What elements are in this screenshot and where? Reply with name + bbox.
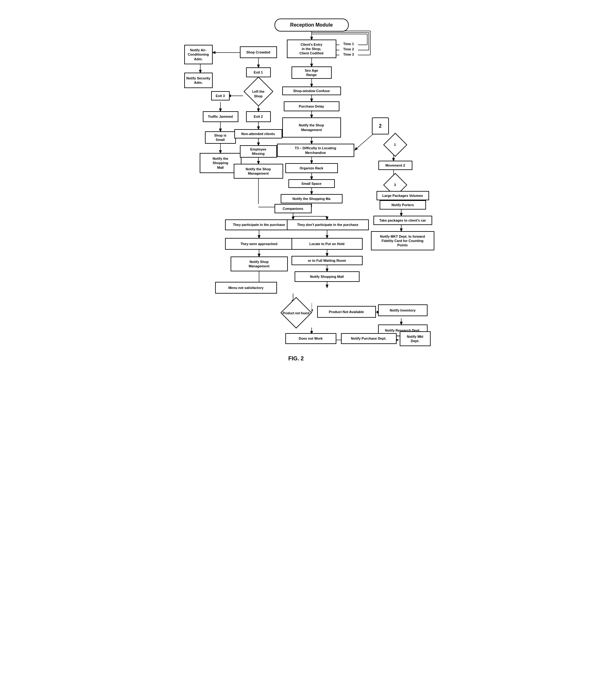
does-not-work-box: Does not Work <box>285 333 336 344</box>
notify-aircon-box: Notify Air- Conditioning Adm. <box>184 45 213 64</box>
fig-label: FIG. 2 <box>163 355 429 362</box>
time3-box: Time 3 <box>339 52 358 57</box>
notify-shopping-ma-box: Notify the Shopping Ma <box>281 194 343 203</box>
notify-security-box: Notify Security Adm. <box>184 72 213 88</box>
clients-entry-box: Client's Entry in the Shop, Client Codif… <box>287 40 336 58</box>
large-packages-box: Large Packages Volumes <box>377 191 429 200</box>
diamond1-shape: 1 <box>383 135 407 154</box>
sex-age-box: Sex Age Range <box>292 66 332 79</box>
non-attended-box: Non-attended clients <box>234 129 282 139</box>
small-space-box: Small Space <box>288 179 335 188</box>
movement2-box: Movement 2 <box>378 161 412 170</box>
left-shop-diamond: Left the Shop <box>243 84 274 104</box>
organize-rack-box: Organize Rack <box>285 163 338 173</box>
notify-shop-mgmt3-box: Notify Shop Management <box>231 256 288 271</box>
companions-box: Companions <box>275 204 312 213</box>
exit2-box: Exit 2 <box>246 111 271 122</box>
notify-shop-mgmt2-box: Notify the Shop Management <box>234 164 283 179</box>
time1-box: Time 1 <box>339 41 358 47</box>
time2-box: Time 2 <box>339 46 358 52</box>
product-not-found-diamond: Product not found <box>281 302 312 324</box>
notify-shopping-mall2-box: Notify Shopping Mall <box>295 271 359 282</box>
dont-participate-box: They don't participate in the purchase <box>287 219 369 230</box>
shop-window-box: Shop-window Confuse <box>282 87 341 95</box>
exit1-box: Exit 1 <box>246 67 271 77</box>
notify-inventory-box: Notify Inventory <box>378 304 428 316</box>
approached-box: They were approached <box>225 238 293 250</box>
notify-mkt-dept-box: Notify Mkt Dept. <box>400 331 431 346</box>
notify-shop-mgmt1-box: Notify the Shop Management <box>282 117 341 138</box>
traffic-jammed-box: Traffic Jammed <box>203 111 238 122</box>
notify-purchase-box: Notify Purchase Dept. <box>341 333 397 344</box>
exit3-box: Exit 3 <box>211 91 230 100</box>
reception-module-box: Reception Module <box>275 18 349 32</box>
employee-missing-box: Employee Missing <box>240 145 277 158</box>
or-full-waiting-box: or to Full Waiting Room <box>292 256 363 265</box>
flowchart: Reception Module Client's Entry in the S… <box>163 15 429 349</box>
diamond2-pentagon: 2 <box>372 117 389 135</box>
take-packages-box: Take packages to client's car <box>374 216 432 225</box>
page-container: Reception Module Client's Entry in the S… <box>157 6 435 374</box>
locate-hold-box: Locate to Put on Hold <box>292 238 363 250</box>
product-not-available-box: Product Not Available <box>317 306 376 318</box>
notify-mkt-box: Notify MKT Dept. to forward Fidelity Car… <box>371 231 434 250</box>
shop-crowded-box: Shop Crowded <box>240 46 277 58</box>
notify-porters-box: Notify Porters <box>380 200 426 209</box>
participate-box: They participate in the purchase <box>225 219 293 230</box>
menu-not-satisfactory-box: Menu not satisfactory <box>215 282 277 294</box>
difficulty-merch-box: T3 – Difficulty in Locating Merchandise <box>277 144 354 157</box>
purchase-delay-box: Purchase Delay <box>284 101 339 111</box>
shop-small-box: Shop is Small <box>205 131 236 144</box>
